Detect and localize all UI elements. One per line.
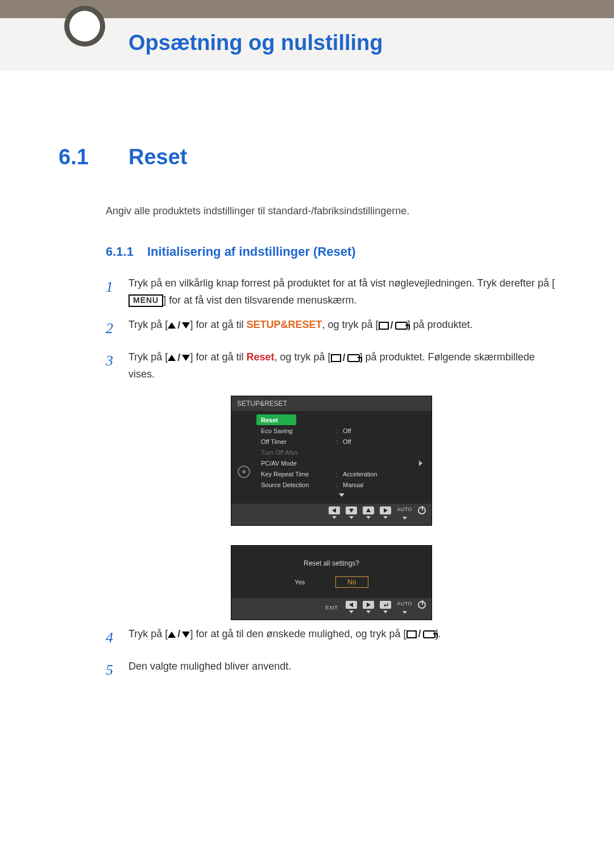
step-text: Tryk på en vilkårlig knap forrest på pro… <box>128 275 557 309</box>
osd-screenshot-confirm: Reset all settings? Yes No EXIT AUTO <box>231 545 432 620</box>
nav-left-icon <box>329 506 340 520</box>
text: , og tryk på [ <box>274 351 330 363</box>
exit-label: EXIT <box>325 605 338 610</box>
text: , og tryk på [ <box>322 319 378 330</box>
label: Source Detection <box>261 481 309 488</box>
nav-up-icon <box>363 506 374 520</box>
step-4: 4 Tryk på [/] for at gå til den ønskede … <box>106 626 557 650</box>
nav-left-icon <box>346 601 357 613</box>
step-number: 3 <box>106 349 118 383</box>
enter-source-icon: / <box>331 350 360 367</box>
section-number: 6.1 <box>57 145 128 169</box>
osd-row-reset: Reset <box>256 414 296 425</box>
enter-source-icon: / <box>406 626 435 643</box>
option-no: No <box>335 576 368 588</box>
osd-row-key-repeat: Key Repeat Time:Acceleration <box>256 468 427 479</box>
colon: : <box>336 481 338 488</box>
osd-title: SETUP&RESET <box>231 396 432 411</box>
section-title: Reset <box>128 145 188 169</box>
label: Off Timer <box>261 438 287 445</box>
svg-marker-1 <box>349 509 354 513</box>
subsection-number: 6.1.1 <box>106 244 134 259</box>
osd-sidebar <box>231 411 256 504</box>
text: Tryk på [ <box>128 628 168 639</box>
header-band: Opsætning og nulstilling <box>0 18 614 71</box>
confirm-options: Yes No <box>231 576 432 598</box>
svg-marker-4 <box>349 603 353 607</box>
osd-row-off-timer: Off Timer:Off <box>256 436 427 447</box>
value: Manual <box>343 481 363 488</box>
section-intro: Angiv alle produktets indstillinger til … <box>106 203 557 219</box>
up-down-icon: / <box>168 317 190 334</box>
osd-footer: AUTO <box>231 504 432 525</box>
power-icon <box>418 601 426 609</box>
text: ] for at gå til <box>190 319 246 330</box>
step-number: 1 <box>106 275 118 309</box>
text: Tryk på [ <box>128 319 168 330</box>
menu-button-icon: MENU <box>128 294 163 307</box>
spacer <box>57 691 557 868</box>
text: ] for at gå til den ønskede mulighed, og… <box>190 628 406 639</box>
step-text: Tryk på [/] for at gå til SETUP&RESET, o… <box>128 317 473 341</box>
osd-screenshot-menu: SETUP&RESET Reset Eco Saving:Off Off Tim… <box>231 396 432 620</box>
up-down-icon: / <box>168 350 190 367</box>
nav-auto: AUTO <box>397 506 412 520</box>
step-text: Tryk på [/] for at gå til den ønskede mu… <box>128 626 441 650</box>
label: Reset <box>261 417 278 423</box>
page-content: 6.1 Reset Angiv alle produktets indstill… <box>0 145 614 868</box>
text: Tryk på [ <box>128 351 168 363</box>
nav-down-icon <box>346 506 357 520</box>
label: PC/AV Mode <box>261 460 297 467</box>
svg-marker-2 <box>366 508 371 512</box>
nav-enter-icon <box>380 601 391 613</box>
chapter-title: Opsætning og nulstilling <box>128 31 614 55</box>
step-2: 2 Tryk på [/] for at gå til SETUP&RESET,… <box>106 317 557 341</box>
text: ] for at gå til <box>190 351 246 363</box>
steps-list: 1 Tryk på en vilkårlig knap forrest på p… <box>106 275 557 683</box>
step-number: 5 <box>106 658 118 683</box>
colon: : <box>336 427 338 434</box>
svg-marker-5 <box>367 603 371 607</box>
label: Eco Saving <box>261 427 293 434</box>
enter-source-icon: / <box>379 317 408 334</box>
text: ] på produktet. <box>408 319 473 330</box>
nav-auto: AUTO <box>397 601 412 614</box>
text: ] for at få vist den tilsvarende menuskæ… <box>163 294 356 306</box>
target-reset: Reset <box>246 351 274 363</box>
colon: : <box>336 471 338 477</box>
label: Turn Off After <box>261 449 298 456</box>
confirm-question: Reset all settings? <box>231 546 432 576</box>
osd-row-eco-saving: Eco Saving:Off <box>256 425 427 436</box>
nav-right-icon <box>363 601 374 613</box>
step-number: 4 <box>106 626 118 650</box>
up-down-icon: / <box>168 626 190 643</box>
colon: : <box>336 438 338 445</box>
osd-row-source-detection: Source Detection:Manual <box>256 479 427 490</box>
subsection-heading: 6.1.1 Initialisering af indstillinger (R… <box>106 244 557 259</box>
osd-menu-list: Reset Eco Saving:Off Off Timer:Off Turn … <box>256 411 432 504</box>
label: AUTO <box>397 601 412 607</box>
gear-icon <box>238 466 250 478</box>
subsection-title: Initialisering af indstillinger (Reset) <box>147 244 356 259</box>
osd2-footer: EXIT AUTO <box>231 598 432 620</box>
step-3: 3 Tryk på [/] for at gå til Reset, og tr… <box>106 349 557 383</box>
value: Acceleration <box>343 471 377 477</box>
step-5: 5 Den valgte mulighed bliver anvendt. <box>106 658 557 683</box>
option-yes: Yes <box>294 579 305 585</box>
step-1: 1 Tryk på en vilkårlig knap forrest på p… <box>106 275 557 309</box>
caret-right-icon <box>419 458 422 468</box>
nav-right-icon <box>380 506 391 520</box>
power-icon <box>418 506 426 520</box>
osd-row-pc-av-mode: PC/AV Mode <box>256 458 427 468</box>
step-text: Den valgte mulighed bliver anvendt. <box>128 658 291 683</box>
target-setup-reset: SETUP&RESET <box>246 319 322 330</box>
svg-marker-0 <box>332 508 336 513</box>
value: Off <box>343 438 351 445</box>
svg-marker-3 <box>384 508 388 513</box>
chapter-icon <box>64 6 105 47</box>
step-text: Tryk på [/] for at gå til Reset, og tryk… <box>128 349 557 383</box>
osd-scroll-down-icon <box>256 490 427 500</box>
value: Off <box>343 427 351 434</box>
osd-row-turn-off-after: Turn Off After <box>256 447 427 458</box>
section-heading: 6.1 Reset <box>57 145 557 169</box>
